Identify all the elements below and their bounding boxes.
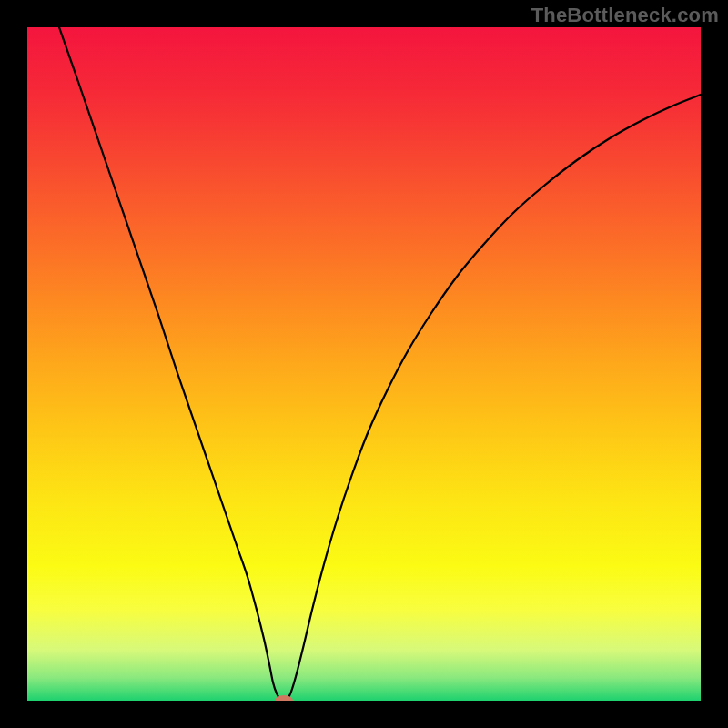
watermark-text: TheBottleneck.com	[531, 4, 719, 27]
bottleneck-chart	[0, 0, 728, 728]
chart-frame: { "watermark": "TheBottleneck.com", "col…	[0, 0, 728, 728]
optimum-marker	[275, 695, 293, 706]
gradient-background	[27, 27, 701, 701]
